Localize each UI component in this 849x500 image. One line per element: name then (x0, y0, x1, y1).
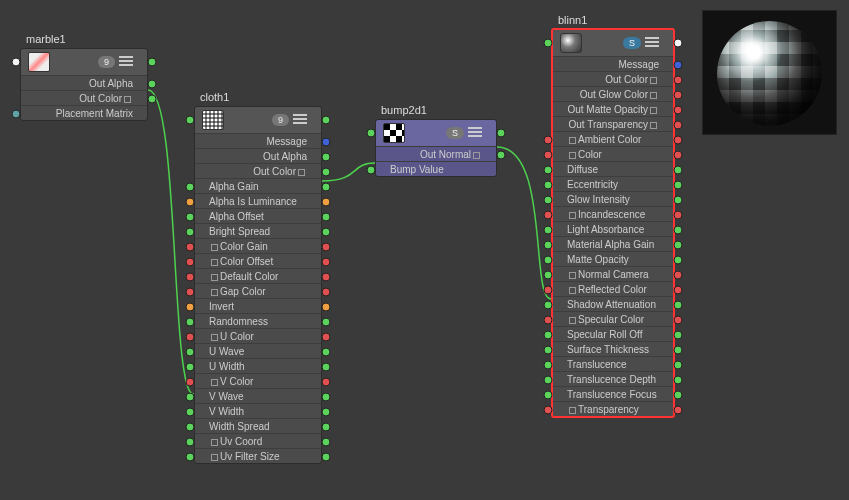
attr-input[interactable]: V Wave (195, 388, 321, 403)
menu-icon[interactable] (468, 127, 482, 139)
attr-input[interactable]: Specular Color (553, 311, 673, 326)
port-out[interactable] (674, 60, 683, 69)
port-in[interactable] (186, 242, 195, 251)
attr-input[interactable]: Reflected Color (553, 281, 673, 296)
node-cloth1[interactable]: cloth1 9 MessageOut AlphaOut ColorAlpha … (194, 106, 322, 464)
attr-input[interactable]: U Color (195, 328, 321, 343)
attr-input[interactable]: Shadow Attenuation (553, 296, 673, 311)
port-in[interactable] (544, 180, 553, 189)
attr-placement-matrix[interactable]: Placement Matrix (21, 105, 147, 120)
attr-input[interactable]: Color Offset (195, 253, 321, 268)
attr-input[interactable]: Alpha Is Luminance (195, 193, 321, 208)
attr-output[interactable]: Out Transparency (553, 116, 673, 131)
attr-input[interactable]: Uv Coord (195, 433, 321, 448)
attr-input[interactable]: Eccentricity (553, 176, 673, 191)
port-out[interactable] (674, 285, 683, 294)
port-out[interactable] (322, 167, 331, 176)
port-in[interactable] (544, 390, 553, 399)
port-in-head[interactable] (367, 129, 376, 138)
port-in[interactable] (186, 392, 195, 401)
attr-input[interactable]: Matte Opacity (553, 251, 673, 266)
port-in[interactable] (544, 210, 553, 219)
port-in[interactable] (186, 407, 195, 416)
attr-input[interactable]: Gap Color (195, 283, 321, 298)
node-header[interactable]: S (376, 120, 496, 146)
attr-input[interactable]: Light Absorbance (553, 221, 673, 236)
port-out[interactable] (497, 150, 506, 159)
attr-input[interactable]: Invert (195, 298, 321, 313)
port-in[interactable] (544, 300, 553, 309)
port-in[interactable] (186, 182, 195, 191)
attr-output[interactable]: Message (553, 56, 673, 71)
port-in[interactable] (186, 317, 195, 326)
attr-input[interactable]: Alpha Gain (195, 178, 321, 193)
port-out[interactable] (674, 105, 683, 114)
attr-input[interactable]: Diffuse (553, 161, 673, 176)
attr-input[interactable]: Material Alpha Gain (553, 236, 673, 251)
port-out[interactable] (674, 135, 683, 144)
port-out[interactable] (674, 150, 683, 159)
attr-output[interactable]: Out Alpha (195, 148, 321, 163)
port-in[interactable] (186, 287, 195, 296)
port-in[interactable] (186, 272, 195, 281)
attr-input[interactable]: Glow Intensity (553, 191, 673, 206)
port-out[interactable] (322, 242, 331, 251)
port-out[interactable] (322, 392, 331, 401)
port-out[interactable] (322, 272, 331, 281)
port-in[interactable] (544, 135, 553, 144)
port-out[interactable] (322, 317, 331, 326)
node-blinn1[interactable]: blinn1 S MessageOut ColorOut Glow ColorO… (551, 28, 675, 418)
port-out[interactable] (674, 240, 683, 249)
port-out[interactable] (322, 287, 331, 296)
attr-out-color[interactable]: Out Color (21, 90, 147, 105)
port-out[interactable] (322, 422, 331, 431)
port-out[interactable] (322, 257, 331, 266)
port-out[interactable] (674, 180, 683, 189)
attr-input[interactable]: Specular Roll Off (553, 326, 673, 341)
port-in-head[interactable] (544, 39, 553, 48)
port-out[interactable] (322, 227, 331, 236)
port-in[interactable] (544, 285, 553, 294)
attr-output[interactable]: Out Matte Opacity (553, 101, 673, 116)
port-out-head[interactable] (148, 58, 157, 67)
attr-input[interactable]: Translucence Focus (553, 386, 673, 401)
port-in[interactable] (544, 315, 553, 324)
port-in[interactable] (186, 227, 195, 236)
port-in[interactable] (186, 422, 195, 431)
port-in-head[interactable] (12, 58, 21, 67)
port-out[interactable] (674, 360, 683, 369)
port-in[interactable] (186, 377, 195, 386)
attr-input[interactable]: Translucence (553, 356, 673, 371)
attr-input[interactable]: V Width (195, 403, 321, 418)
port-out[interactable] (674, 255, 683, 264)
port-in[interactable] (186, 347, 195, 356)
port-out[interactable] (322, 407, 331, 416)
port-out[interactable] (674, 225, 683, 234)
port-out[interactable] (674, 345, 683, 354)
port-out[interactable] (322, 182, 331, 191)
attr-input[interactable]: Color (553, 146, 673, 161)
port-out[interactable] (148, 94, 157, 103)
port-out[interactable] (322, 452, 331, 461)
port-out[interactable] (674, 375, 683, 384)
port-out[interactable] (674, 270, 683, 279)
port-out[interactable] (148, 79, 157, 88)
port-in[interactable] (544, 255, 553, 264)
attr-input[interactable]: Uv Filter Size (195, 448, 321, 463)
port-in[interactable] (186, 452, 195, 461)
port-out[interactable] (674, 120, 683, 129)
port-out[interactable] (322, 302, 331, 311)
port-in[interactable] (186, 257, 195, 266)
port-in[interactable] (186, 362, 195, 371)
port-out[interactable] (674, 165, 683, 174)
attr-input[interactable]: Alpha Offset (195, 208, 321, 223)
attr-input[interactable]: Width Spread (195, 418, 321, 433)
attr-output[interactable]: Out Glow Color (553, 86, 673, 101)
port-in[interactable] (544, 270, 553, 279)
node-header[interactable]: 9 (21, 49, 147, 75)
port-in[interactable] (186, 437, 195, 446)
port-out[interactable] (674, 405, 683, 414)
port-in-head[interactable] (186, 116, 195, 125)
port-out-head[interactable] (497, 129, 506, 138)
attr-input[interactable]: Ambient Color (553, 131, 673, 146)
